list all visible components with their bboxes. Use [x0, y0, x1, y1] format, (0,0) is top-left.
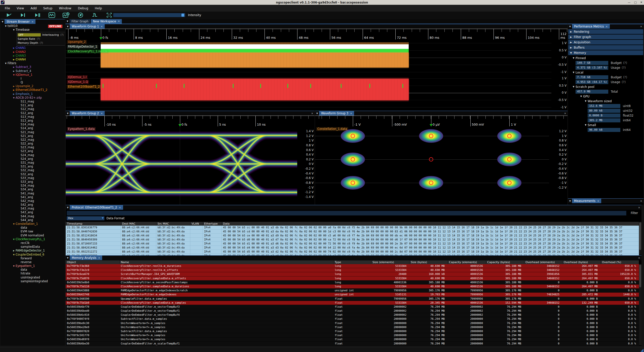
collapse-arrow-icon[interactable]: ▼ [568, 25, 572, 28]
memory-buffer-row[interactable]: 0x7f8f9c6ea670ScratchBufferManager.I64_G… [66, 272, 639, 276]
tab-measurements[interactable]: Measurements✕ [572, 199, 601, 203]
panel-close-icon[interactable]: ✕ [640, 200, 642, 202]
memory-buffer-row[interactable]: 0x560339b5e8b0ClockRecoveryFilter.m_seco… [66, 280, 639, 285]
metrics-tree-row[interactable]: 4.371 GB (3.107 %) Usage (?) [568, 65, 643, 70]
memory-buffer-row[interactable]: 0x560339b6be30CouplerDeEmbedFilter.m_sca… [66, 342, 639, 346]
tree-item[interactable]: S22_ang [1, 142, 65, 146]
metrics-tree-row[interactable]: 7.718 GB Budget (?) [568, 75, 643, 80]
protocol-packet-row[interactable]: 21:31:58.871069723388:a4:c2:66:44:dd b8:… [66, 242, 639, 246]
tree-item[interactable]: S21_mag [1, 130, 65, 134]
metrics-tree-row[interactable]: 96.00 kB int64 [568, 127, 643, 132]
tree-item[interactable]: S42_ang [1, 203, 65, 207]
metrics-tree-row[interactable]: 0.0000 B float32 [568, 113, 643, 118]
collapse-arrow-icon[interactable]: ▼ [315, 112, 319, 115]
memory-buffer-row[interactable]: 0x7f8f9c75d070ClockRecoveryFilter.sample… [66, 276, 639, 280]
tree-expand-icon[interactable]: ▶ [12, 50, 16, 54]
tree-item[interactable]: S11_ang [1, 103, 65, 107]
single-trigger-button[interactable] [18, 12, 29, 18]
tree-item[interactable]: ▼IQDemux_1 [1, 73, 65, 77]
tree-item[interactable]: EVM raw [1, 230, 65, 233]
tree-item[interactable]: S12_ang [1, 111, 65, 115]
tree-item[interactable]: S43_ang [1, 210, 65, 214]
close-icon[interactable]: ✕ [101, 25, 103, 28]
tree-item[interactable]: S43_mag [1, 207, 65, 210]
close-button[interactable]: ✕ [640, 1, 642, 4]
menu-item[interactable]: Help [95, 6, 102, 10]
tree-item[interactable]: S21_ang [1, 134, 65, 138]
intensity-slider-grab[interactable] [181, 14, 184, 17]
metrics-tree-row[interactable]: 305.2 MB int64 [568, 118, 643, 123]
intensity-slider[interactable] [113, 13, 185, 17]
tree-item[interactable]: S13_ang [1, 119, 65, 123]
tab-filter-graph[interactable]: Filter Graph [69, 19, 90, 24]
tree-item[interactable]: S23_ang [1, 149, 65, 153]
wg3-voltage-ruler[interactable]: -1 V-500 mV0 µV500 mV1 V [315, 116, 567, 126]
wg2-time-ruler[interactable]: -10 ns-5 ns0 fs5 ns10 ns [66, 116, 315, 126]
memory-buffer-row[interactable]: 0x7f8f9c73e360ClockRecoveryFilter.recClk… [66, 264, 639, 268]
tab-new-workspace[interactable]: New Workspace✕ [91, 19, 122, 24]
tree-item[interactable]: ▶CHAN1 [1, 46, 65, 50]
panel-close-icon[interactable]: ✕ [638, 257, 640, 259]
protocol-packet-row[interactable]: 21:31:58.830163677988:a4:c2:66:44:dd b8:… [66, 226, 639, 230]
tree-expand-icon[interactable]: ▼ [4, 61, 8, 65]
tree-item[interactable]: data [1, 268, 65, 272]
tree-item[interactable]: S34_ang [1, 188, 65, 191]
close-icon[interactable]: ✕ [98, 257, 100, 259]
panel-close-icon[interactable]: ✕ [638, 206, 640, 209]
menu-item[interactable]: Window [59, 6, 71, 10]
tab-stream-browser[interactable]: Stream Browser✕ [5, 19, 35, 24]
history-icon[interactable] [61, 12, 72, 18]
tree-expand-icon[interactable]: ▼ [12, 96, 16, 100]
tree-item[interactable]: S33_ang [1, 180, 65, 184]
tree-item[interactable]: S14_mag [1, 123, 65, 126]
tree-item[interactable]: S41_ang [1, 195, 65, 199]
speed-gauge-icon[interactable] [75, 12, 86, 18]
tree-item[interactable]: ▼Timebase [1, 28, 65, 32]
timebase-control[interactable]: OFF [18, 33, 41, 37]
waveform-label-chip[interactable]: Eyepattern_1.data [67, 127, 96, 131]
metrics-tree-row[interactable]: ▼ GPU [568, 94, 643, 99]
close-icon[interactable]: ✕ [31, 20, 33, 23]
protocol-packet-row[interactable]: 21:31:58.864045030988:a4:c2:66:44:dd b8:… [66, 238, 639, 242]
eye-pattern-plot[interactable] [66, 126, 297, 205]
tree-item[interactable]: Q [1, 81, 65, 84]
metrics-section-header[interactable]: ▶Filter graph [568, 34, 643, 39]
close-icon[interactable]: ✕ [605, 25, 608, 28]
tree-item[interactable]: ▼Filters [1, 61, 65, 65]
metrics-section-header-memory[interactable]: ▼Memory [568, 50, 643, 55]
tab-waveform-group-1[interactable]: Waveform Group 1✕ [70, 24, 105, 29]
wg1-time-ruler[interactable]: -8 ms0 fs8 ms16 ms24 ms32 ms40 ms48 ms56… [66, 29, 567, 40]
tree-expand-icon[interactable]: ▶ [12, 88, 16, 92]
wg1-plot1[interactable]: Upsample_2PAMEdgeDetector_1ClockRecovery… [66, 39, 567, 75]
maximize-button[interactable]: ▢ [634, 1, 636, 4]
close-icon[interactable]: ✕ [118, 20, 120, 23]
tree-item[interactable]: S32_mag [1, 168, 65, 172]
tree-item[interactable]: samplesIntegrated [1, 279, 65, 283]
tree-expand-icon[interactable]: ▼ [12, 222, 16, 226]
protocol-packet-row[interactable]: 21:31:58.892251227288:a4:c2:66:44:dd b8:… [66, 250, 639, 254]
tree-item[interactable]: ▼ClockRecoveryPLL_1 [1, 237, 65, 241]
tree-item[interactable]: S44_ang [1, 218, 65, 222]
protocol-filter-input[interactable] [67, 211, 626, 216]
tree-item[interactable]: S13_mag [1, 115, 65, 119]
protocol-packet-row[interactable]: 21:31:58.844074283088:a4:c2:66:44:dd b8:… [66, 230, 639, 234]
waveform-label-chip[interactable]: Upsample_2 [67, 40, 87, 44]
tree-expand-icon[interactable]: ▼ [12, 28, 16, 32]
memory-buffer-row[interactable]: 0x560339be0c30UniformWaveform<f>.m_sampl… [66, 321, 639, 325]
memory-buffer-row[interactable]: 0x7f8f9c73e2c0ClockRecoveryFilter.recClk… [66, 268, 639, 272]
metrics-tree-row[interactable]: 4.953 GB (64.17 %) Usage (?) [568, 80, 643, 84]
tree-expand-icon[interactable]: ▶ [12, 69, 16, 73]
tree-item[interactable]: S11_mag [1, 100, 65, 103]
menu-item[interactable]: View [17, 6, 24, 10]
tree-item[interactable]: S44_mag [1, 215, 65, 218]
tree-item[interactable]: ▶PAMEdgeDetector_1 [1, 249, 65, 253]
tree-item[interactable]: uisIntegrated [1, 276, 65, 279]
tree-expand-icon[interactable]: ▶ [12, 84, 16, 88]
metrics-section-header[interactable]: ▶Buffers [568, 45, 643, 50]
collapse-arrow-icon[interactable]: ▼ [1, 21, 5, 23]
memory-buffer-row[interactable]: 0x7f8f9c566590UpsampleFilter.data.m_samp… [66, 297, 639, 301]
memory-buffer-row[interactable]: 0x560339bd69f0UniformWaveform<f>.m_sampl… [66, 337, 639, 341]
metrics-tree-row[interactable]: ▼ Scratch pool [568, 84, 643, 89]
metrics-tree-row[interactable]: 140.7 GB Budget (?) [568, 60, 643, 65]
waveform-label-chip[interactable]: IQDemux_1.I [67, 75, 88, 79]
